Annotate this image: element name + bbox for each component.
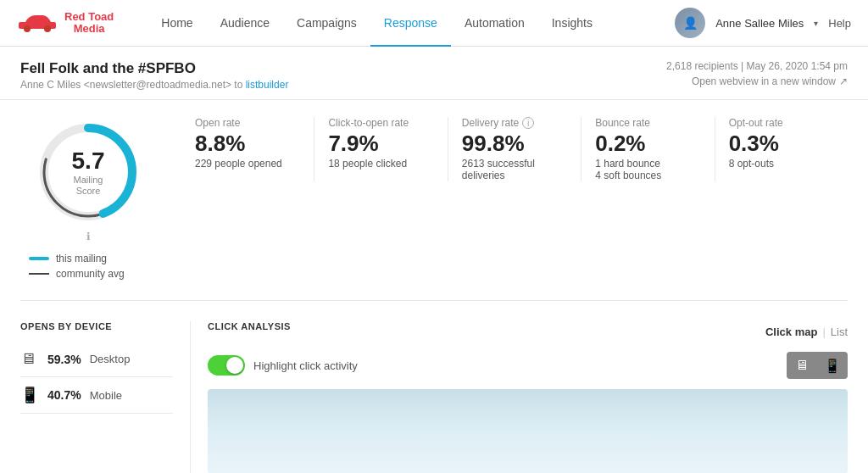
delivery-info-icon[interactable]: i (522, 117, 534, 129)
click-map-link[interactable]: Click map (765, 326, 817, 338)
chevron-down-icon[interactable]: ▾ (814, 19, 818, 28)
navbar: Red Toad Media Home Audience Campaigns R… (0, 0, 868, 47)
device-item-desktop: 🖥 59.3% Desktop (20, 342, 173, 377)
metric-bounce-rate: Bounce rate 0.2% 1 hard bounce 4 soft bo… (581, 117, 714, 181)
device-item-mobile: 📱 40.7% Mobile (20, 377, 173, 414)
external-link-icon: ↗ (839, 75, 848, 87)
legend: this mailing community avg (20, 253, 125, 280)
avatar: 👤 (675, 8, 705, 38)
metrics-grid: Open rate 8.8% 229 people opened Click-t… (156, 117, 848, 181)
recipients-info: 2,618 recipients | May 26, 2020 1:54 pm (666, 60, 848, 72)
legend-blue-line (29, 257, 49, 260)
desktop-icon: 🖥 (20, 350, 39, 368)
subheader: Fell Folk and the #SPFBO Anne C Miles <n… (0, 47, 868, 100)
bottom-row: OPENS BY DEVICE 🖥 59.3% Desktop 📱 40.7% … (20, 321, 848, 473)
legend-this-mailing: this mailing (29, 253, 125, 264)
webview-link[interactable]: Open webview in a new window ↗ (666, 75, 848, 87)
opens-by-device-section: OPENS BY DEVICE 🖥 59.3% Desktop 📱 40.7% … (20, 321, 190, 473)
score-value: 5.7 (72, 147, 105, 175)
nav-insights[interactable]: Insights (538, 0, 606, 47)
toggle-area: Highlight click activity (208, 355, 358, 376)
view-icons: 🖥 📱 (787, 352, 848, 379)
logo-icon (17, 10, 58, 34)
legend-dark-line (29, 273, 49, 275)
mobile-icon: 📱 (20, 386, 39, 404)
nav-response[interactable]: Response (370, 0, 451, 47)
desktop-label: Desktop (90, 353, 131, 365)
metric-delivery-sub: 2613 successful deliveries (462, 158, 567, 181)
metric-open-rate: Open rate 8.8% 229 people opened (181, 117, 314, 181)
nav-links: Home Audience Campaigns Response Automat… (147, 0, 675, 47)
help-link[interactable]: Help (828, 17, 851, 30)
metric-optout-label: Opt-out rate (729, 117, 834, 129)
donut-chart: 5.7 MailingScore (33, 117, 143, 227)
user-name: Anne Sallee Miles (715, 17, 804, 30)
metric-cto-label: Click-to-open rate (328, 117, 433, 129)
svg-point-2 (44, 25, 51, 32)
metric-open-rate-label: Open rate (195, 117, 300, 129)
nav-right: 👤 Anne Sallee Miles ▾ Help (675, 8, 851, 38)
metric-bounce-sub2: 4 soft bounces (595, 170, 700, 181)
mailing-title: Fell Folk and the #SPFBO (20, 60, 288, 77)
nav-campaigns[interactable]: Campaigns (283, 0, 370, 47)
desktop-pct: 59.3% (47, 353, 81, 366)
main-content: 5.7 MailingScore ℹ this mailing communit… (0, 100, 868, 473)
metric-cto-value: 7.9% (328, 132, 433, 154)
metric-bounce-label: Bounce rate (595, 117, 700, 129)
svg-point-1 (24, 25, 31, 32)
metric-bounce-sub: 1 hard bounce (595, 158, 700, 170)
mobile-view-button[interactable]: 📱 (817, 352, 848, 379)
email-preview-area (208, 389, 848, 473)
logo-text: Red Toad Media (64, 11, 114, 36)
metric-optout-rate: Opt-out rate 0.3% 8 opt-outs (715, 117, 848, 181)
nav-automation[interactable]: Automation (451, 0, 538, 47)
metric-optout-sub: 8 opt-outs (729, 158, 834, 170)
device-list: 🖥 59.3% Desktop 📱 40.7% Mobile (20, 342, 173, 414)
click-view-toggle: Click map | List (765, 326, 848, 338)
logo[interactable]: Red Toad Media (17, 10, 114, 36)
metric-optout-value: 0.3% (729, 132, 834, 154)
opens-by-device-title: OPENS BY DEVICE (20, 321, 173, 331)
metric-delivery-label: Delivery rate i (462, 117, 567, 129)
highlight-toggle[interactable] (208, 355, 245, 376)
toggle-knob (226, 357, 243, 374)
score-section: 5.7 MailingScore ℹ this mailing communit… (20, 117, 156, 280)
click-controls: Highlight click activity 🖥 📱 (208, 352, 848, 379)
nav-home[interactable]: Home (147, 0, 206, 47)
desktop-view-button[interactable]: 🖥 (787, 352, 817, 379)
score-label: MailingScore (72, 175, 105, 197)
mobile-pct: 40.7% (47, 388, 81, 402)
section-divider (20, 300, 848, 301)
metric-open-rate-sub: 229 people opened (195, 158, 300, 170)
legend-community-avg: community avg (29, 268, 125, 280)
click-analysis-title: CLICK ANALYSIS (208, 321, 291, 331)
view-divider: | (822, 326, 825, 338)
metric-cto-rate: Click-to-open rate 7.9% 18 people clicke… (314, 117, 447, 181)
mobile-label: Mobile (90, 389, 122, 402)
toggle-label: Highlight click activity (253, 359, 358, 372)
metric-bounce-value: 0.2% (595, 132, 700, 154)
metric-open-rate-value: 8.8% (195, 132, 300, 154)
donut-center: 5.7 MailingScore (72, 147, 105, 197)
click-analysis-section: CLICK ANALYSIS Click map | List Highligh… (190, 321, 848, 473)
listbuilder-link[interactable]: listbuilder (246, 79, 289, 91)
click-header: CLICK ANALYSIS Click map | List (208, 321, 848, 342)
mailing-meta: Anne C Miles <newsletter@redtoadmedia.ne… (20, 79, 288, 91)
metric-cto-sub: 18 people clicked (328, 158, 433, 170)
email-preview-content (208, 389, 848, 473)
metric-delivery-value: 99.8% (462, 132, 567, 154)
list-link[interactable]: List (831, 326, 848, 338)
nav-audience[interactable]: Audience (207, 0, 283, 47)
stats-row: 5.7 MailingScore ℹ this mailing communit… (20, 117, 848, 280)
info-icon[interactable]: ℹ (86, 231, 91, 242)
metric-delivery-rate: Delivery rate i 99.8% 2613 successful de… (448, 117, 581, 181)
